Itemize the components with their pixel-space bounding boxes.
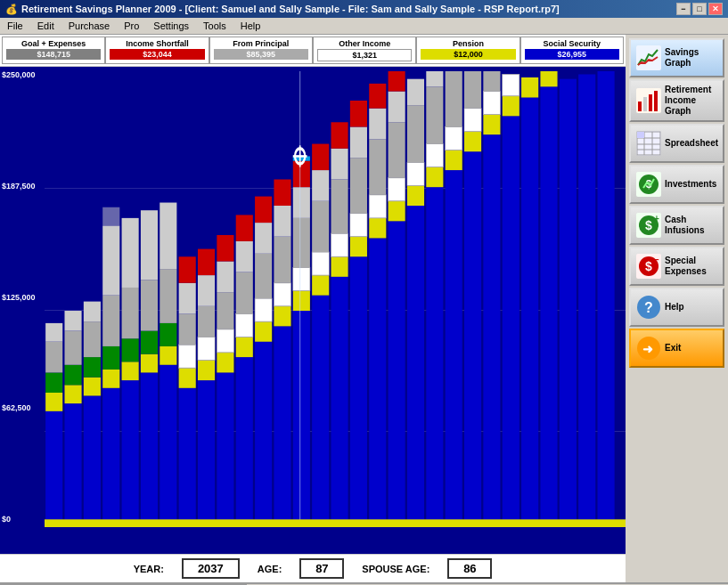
svg-rect-140: [598, 71, 615, 527]
chart-area[interactable]: $250,000 $187,500 $125,000 $62,500 $0: [0, 67, 626, 554]
menu-edit[interactable]: Edit: [34, 20, 58, 32]
svg-rect-50: [217, 329, 233, 353]
cash-infusions-button[interactable]: $ + Cash Infusions: [629, 206, 724, 245]
svg-rect-40: [179, 283, 196, 314]
svg-rect-9: [64, 311, 81, 331]
menu-pro[interactable]: Pro: [120, 20, 143, 32]
svg-text:$: $: [645, 218, 652, 232]
svg-rect-43: [198, 361, 215, 381]
title-bar: 💰 Retirement Savings Planner 2009 - [Cli…: [0, 0, 728, 18]
menu-purchase[interactable]: Purchase: [65, 20, 113, 32]
svg-rect-72: [293, 311, 310, 527]
close-button[interactable]: ✕: [708, 3, 723, 15]
svg-rect-12: [84, 357, 101, 378]
svg-rect-92: [350, 237, 367, 257]
savings-graph-button[interactable]: Savings Graph: [629, 38, 724, 77]
svg-rect-114: [426, 187, 443, 527]
special-expenses-label: Special Expenses: [665, 256, 717, 277]
main-container: Goal + Expenses $148,715 Income Shortfal…: [0, 35, 728, 582]
svg-rect-34: [160, 269, 176, 323]
svg-rect-70: [274, 206, 290, 237]
svg-rect-17: [102, 346, 119, 370]
legend-pension: Pension $12,000: [416, 37, 519, 64]
svg-rect-18: [102, 296, 119, 346]
investments-button[interactable]: $ Investments: [629, 165, 724, 204]
app-icon: 💰: [5, 4, 18, 15]
svg-rect-109: [407, 206, 424, 527]
svg-rect-10: [84, 395, 101, 527]
legend-ss-value: $26,955: [525, 49, 619, 60]
minimize-button[interactable]: −: [676, 3, 691, 15]
svg-rect-4: [45, 323, 62, 342]
svg-rect-14: [84, 302, 101, 322]
svg-rect-115: [426, 167, 443, 188]
svg-rect-94: [350, 158, 367, 213]
svg-rect-132: [503, 96, 519, 117]
svg-rect-117: [426, 86, 443, 143]
svg-rect-37: [179, 368, 196, 388]
svg-rect-31: [160, 365, 176, 527]
svg-rect-91: [350, 256, 367, 527]
svg-rect-96: [350, 101, 367, 127]
svg-rect-8: [64, 331, 81, 365]
age-input[interactable]: [299, 558, 344, 579]
investments-label: Investments: [665, 179, 716, 190]
spreadsheet-icon: [636, 131, 661, 156]
age-label: AGE:: [258, 564, 282, 574]
svg-rect-118: [426, 71, 443, 86]
svg-rect-1: [45, 393, 62, 411]
retirement-income-graph-button[interactable]: Retirement Income Graph: [629, 79, 724, 122]
menu-settings[interactable]: Settings: [150, 20, 192, 32]
year-input[interactable]: [182, 558, 240, 579]
spreadsheet-button[interactable]: Spreadsheet: [629, 124, 724, 163]
svg-rect-110: [407, 185, 424, 206]
menu-help[interactable]: Help: [237, 20, 265, 32]
svg-text:−: −: [654, 255, 659, 264]
retirement-income-graph-icon: [636, 88, 661, 113]
legend-from-principal: From Principal $85,395: [209, 37, 313, 64]
svg-rect-113: [407, 79, 424, 106]
svg-rect-111: [407, 162, 424, 185]
svg-rect-45: [198, 306, 215, 337]
svg-rect-119: [446, 170, 462, 527]
svg-rect-6: [64, 385, 81, 403]
svg-rect-106: [389, 122, 405, 177]
legend-goal-value: $148,715: [6, 49, 101, 60]
spouse-age-input[interactable]: [447, 558, 492, 579]
svg-rect-47: [198, 249, 215, 276]
svg-rect-53: [217, 235, 233, 262]
legend-goal-label: Goal + Expenses: [21, 39, 86, 48]
svg-rect-128: [483, 115, 500, 135]
svg-rect-122: [446, 71, 462, 126]
svg-rect-112: [407, 105, 424, 162]
menu-file[interactable]: File: [4, 20, 27, 32]
svg-text:?: ?: [644, 300, 653, 315]
svg-rect-136: [540, 86, 557, 527]
investments-icon: $: [636, 172, 661, 197]
svg-rect-129: [483, 92, 500, 115]
svg-rect-24: [122, 288, 139, 338]
menu-tools[interactable]: Tools: [200, 20, 230, 32]
svg-rect-159: [637, 132, 644, 138]
special-expenses-icon: $ −: [636, 254, 661, 279]
exit-button[interactable]: ➜ Exit: [629, 329, 724, 368]
y-axis: $250,000 $187,500 $125,000 $62,500 $0: [2, 67, 36, 527]
legend-ss-label: Social Security: [544, 39, 601, 48]
svg-rect-32: [160, 346, 176, 365]
svg-rect-81: [312, 252, 329, 275]
svg-text:$: $: [645, 259, 652, 273]
help-button[interactable]: ? Help: [629, 288, 724, 327]
svg-rect-41: [179, 256, 196, 283]
legend-bar: Goal + Expenses $148,715 Income Shortfal…: [0, 35, 626, 67]
svg-rect-82: [312, 201, 329, 252]
svg-rect-127: [483, 134, 500, 527]
svg-rect-148: [638, 102, 642, 111]
svg-rect-108: [389, 71, 405, 92]
legend-other-value: $1,321: [317, 49, 412, 61]
svg-rect-104: [389, 201, 405, 222]
svg-rect-66: [274, 326, 290, 527]
special-expenses-button[interactable]: $ − Special Expenses: [629, 247, 724, 286]
maximize-button[interactable]: □: [692, 3, 707, 15]
svg-rect-63: [255, 254, 272, 298]
legend-principal-label: From Principal: [233, 39, 289, 48]
